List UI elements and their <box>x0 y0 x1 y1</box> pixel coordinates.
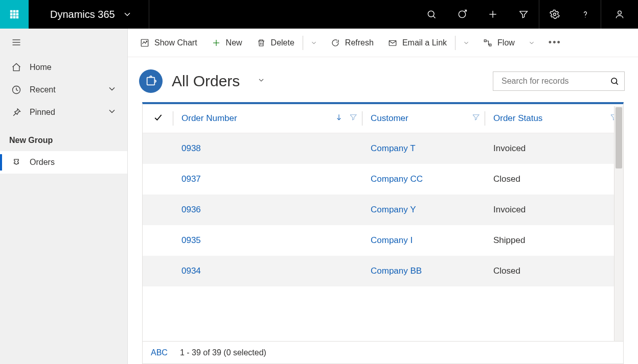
column-order-number[interactable]: Order Number <box>173 104 362 133</box>
add-button[interactable] <box>477 0 508 29</box>
svg-rect-0 <box>11 11 12 12</box>
nav-pinned[interactable]: Pinned <box>0 101 127 124</box>
svg-line-32 <box>616 83 618 85</box>
question-icon <box>580 9 590 19</box>
search-icon <box>426 9 437 19</box>
search-button[interactable] <box>416 0 447 29</box>
new-button[interactable]: New <box>206 29 248 57</box>
svg-rect-29 <box>489 44 491 46</box>
table-row[interactable]: 0935Company IShipped <box>143 225 623 256</box>
svg-rect-8 <box>16 16 18 18</box>
cell-customer[interactable]: Company T <box>362 133 485 164</box>
account-button[interactable] <box>601 0 638 29</box>
task-button[interactable] <box>447 0 477 29</box>
svg-rect-4 <box>13 13 15 15</box>
scrollbar-thumb[interactable] <box>616 107 622 168</box>
settings-button[interactable] <box>539 0 570 29</box>
cell-customer[interactable]: Company Y <box>362 195 485 225</box>
view-header: All Orders <box>128 57 638 102</box>
left-nav: Home Recent Pinned New Group Orders <box>0 29 128 364</box>
svg-point-9 <box>428 11 434 17</box>
column-order-status[interactable]: Order Status <box>485 104 623 133</box>
mail-icon <box>388 38 397 47</box>
search-records-input[interactable] <box>500 76 610 86</box>
delete-split-button[interactable] <box>305 29 323 57</box>
cell-status: Invoiced <box>485 133 623 164</box>
delete-label: Delete <box>271 38 294 47</box>
clock-icon <box>11 85 21 95</box>
nav-home[interactable]: Home <box>0 56 127 79</box>
svg-point-17 <box>618 11 622 14</box>
main-content: Show Chart New Delete Refresh <box>128 29 638 364</box>
more-commands-button[interactable]: ••• <box>542 29 567 57</box>
target-icon <box>457 9 467 19</box>
svg-rect-7 <box>13 16 15 18</box>
email-link-button[interactable]: Email a Link <box>382 29 453 57</box>
nav-home-label: Home <box>30 63 52 72</box>
plus-icon <box>488 9 498 19</box>
nav-recent[interactable]: Recent <box>0 79 127 101</box>
view-selector-button[interactable] <box>257 76 265 86</box>
cell-customer[interactable]: Company CC <box>362 164 485 195</box>
nav-orders[interactable]: Orders <box>0 151 127 174</box>
cell-order-number[interactable]: 0936 <box>173 195 362 225</box>
select-all-column[interactable] <box>143 104 173 133</box>
pin-icon <box>11 107 21 117</box>
search-records-box[interactable] <box>493 71 625 91</box>
home-icon <box>11 62 21 72</box>
help-button[interactable] <box>570 0 601 29</box>
app-launcher-button[interactable] <box>0 0 29 29</box>
chart-icon <box>140 38 149 47</box>
flow-button[interactable]: Flow <box>477 29 521 57</box>
search-icon <box>610 77 619 86</box>
svg-point-31 <box>611 78 617 84</box>
puzzle-icon <box>11 157 21 167</box>
show-chart-button[interactable]: Show Chart <box>134 29 203 57</box>
filter-icon[interactable] <box>472 113 480 124</box>
svg-rect-30 <box>147 78 155 85</box>
column-customer-label: Customer <box>371 113 408 123</box>
grid-footer: ABC 1 - 39 of 39 (0 selected) <box>143 341 623 363</box>
svg-rect-3 <box>11 13 12 15</box>
cell-status: Closed <box>485 164 623 195</box>
footer-index-link[interactable]: ABC <box>151 348 168 357</box>
chevron-down-icon <box>122 9 132 19</box>
cell-order-number[interactable]: 0937 <box>173 164 362 195</box>
cell-order-number[interactable]: 0938 <box>173 133 362 164</box>
flow-split-button[interactable] <box>523 29 540 57</box>
refresh-button[interactable]: Refresh <box>325 29 380 57</box>
ellipsis-icon: ••• <box>549 37 561 48</box>
cell-order-number[interactable]: 0934 <box>173 256 362 286</box>
column-customer[interactable]: Customer <box>362 104 485 133</box>
nav-collapse-button[interactable] <box>0 29 127 56</box>
table-row[interactable]: 0937Company CCClosed <box>143 164 623 195</box>
view-title: All Orders <box>172 72 240 90</box>
cell-status: Invoiced <box>485 195 623 225</box>
table-row[interactable]: 0938Company TInvoiced <box>143 133 623 164</box>
waffle-icon <box>9 9 19 19</box>
filter-button[interactable] <box>508 0 539 29</box>
svg-point-11 <box>459 11 465 17</box>
chevron-down-icon <box>463 39 470 46</box>
new-label: New <box>226 38 242 47</box>
cell-status: Shipped <box>485 225 623 256</box>
sort-desc-icon[interactable] <box>335 113 343 124</box>
footer-count: 1 - 39 of 39 (0 selected) <box>180 348 266 357</box>
vertical-scrollbar[interactable] <box>614 106 623 341</box>
svg-rect-5 <box>16 13 18 15</box>
email-link-split-button[interactable] <box>458 29 475 57</box>
svg-rect-28 <box>484 40 486 42</box>
cell-customer[interactable]: Company I <box>362 225 485 256</box>
svg-point-15 <box>554 13 556 16</box>
svg-line-10 <box>433 16 435 18</box>
filter-icon[interactable] <box>349 113 357 124</box>
delete-button[interactable]: Delete <box>250 29 301 57</box>
nav-group-label: New Group <box>0 124 127 151</box>
cell-customer[interactable]: Company BB <box>362 256 485 286</box>
nav-recent-label: Recent <box>30 85 56 94</box>
table-row[interactable]: 0936Company YInvoiced <box>143 195 623 225</box>
cell-order-number[interactable]: 0935 <box>173 225 362 256</box>
table-row[interactable]: 0934Company BBClosed <box>143 256 623 286</box>
nav-pinned-label: Pinned <box>30 108 55 117</box>
brand-area[interactable]: Dynamics 365 <box>29 0 149 29</box>
